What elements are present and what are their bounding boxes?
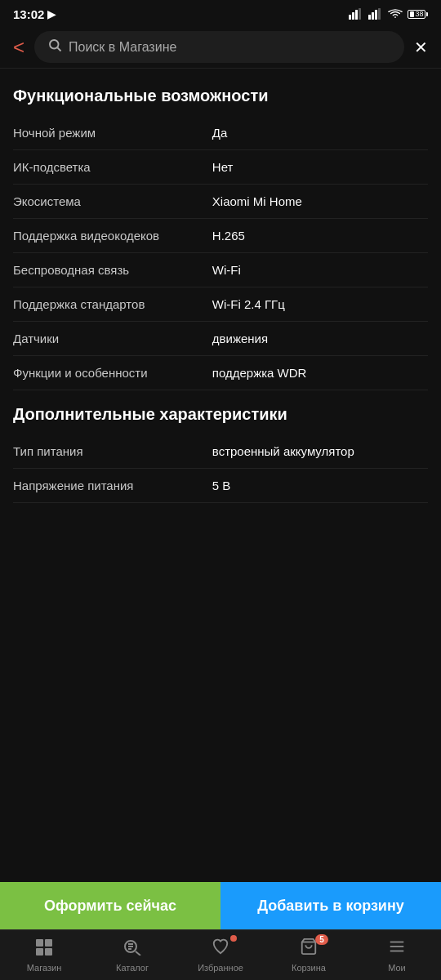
spec-label-power-type: Тип питания — [13, 443, 212, 460]
nav-favorites-label: Избранное — [198, 963, 243, 973]
svg-rect-11 — [45, 939, 52, 947]
search-icon — [47, 38, 62, 56]
svg-rect-1 — [352, 12, 354, 20]
spec-label-night-mode: Ночной режим — [13, 124, 212, 141]
catalog-icon — [122, 938, 142, 960]
spec-value-sensors: движения — [212, 330, 428, 347]
battery-icon: 38 — [408, 10, 428, 19]
spec-row-standards: Поддержка стандартов Wi-Fi 2.4 ГГц — [13, 287, 428, 322]
search-bar: < Поиск в Магазине ✕ — [0, 26, 441, 69]
nav-catalog-label: Каталог — [116, 963, 149, 973]
add-to-cart-button[interactable]: Добавить в корзину — [220, 882, 441, 929]
spec-row-features: Функции и особенности поддержка WDR — [13, 356, 428, 390]
spec-label-ecosystem: Экосистема — [13, 193, 212, 210]
back-button[interactable]: < — [10, 38, 28, 57]
status-time: 13:02 ▶ — [13, 7, 56, 21]
profile-icon — [387, 938, 407, 960]
spec-row-power-type: Тип питания встроенный аккумулятор — [13, 434, 428, 469]
spec-row-ir: ИК-подсветка Нет — [13, 150, 428, 185]
svg-rect-7 — [378, 8, 381, 20]
nav-favorites[interactable]: Избранное — [196, 938, 245, 973]
search-close-button[interactable]: ✕ — [411, 38, 431, 57]
spec-value-ecosystem: Xiaomi Mi Home — [212, 193, 428, 210]
section-additional: Дополнительные характеристики Тип питани… — [13, 403, 428, 503]
signal-icon — [349, 8, 363, 20]
svg-line-15 — [136, 951, 140, 956]
spec-row-ecosystem: Экосистема Xiaomi Mi Home — [13, 185, 428, 219]
spec-label-standards: Поддержка стандартов — [13, 296, 212, 313]
nav-shop[interactable]: Магазин — [20, 938, 69, 973]
spec-value-night-mode: Да — [212, 124, 428, 141]
spec-label-wireless: Беспроводная связь — [13, 261, 212, 278]
spec-value-features: поддержка WDR — [212, 364, 428, 381]
search-placeholder: Поиск в Магазине — [69, 40, 176, 55]
nav-cart[interactable]: 5 Корзина — [284, 938, 333, 973]
spec-row-sensors: Датчики движения — [13, 322, 428, 356]
buy-now-button[interactable]: Оформить сейчас — [0, 882, 220, 929]
section-additional-title: Дополнительные характеристики — [13, 403, 428, 425]
svg-line-9 — [57, 47, 60, 51]
spec-value-ir: Нет — [212, 158, 428, 176]
spec-label-features: Функции и особенности — [13, 364, 212, 381]
spec-label-codec: Поддержка видеокодеков — [13, 227, 212, 244]
battery-level: 38 — [415, 10, 423, 18]
cart-badge: 5 — [315, 934, 328, 945]
svg-point-8 — [50, 40, 59, 49]
time-display: 13:02 — [13, 7, 44, 21]
svg-rect-13 — [45, 948, 52, 956]
nav-profile[interactable]: Мои — [372, 938, 421, 973]
svg-rect-10 — [36, 939, 43, 947]
favorites-icon — [211, 938, 230, 960]
svg-rect-3 — [359, 8, 361, 20]
nav-profile-label: Мои — [388, 963, 406, 973]
spec-label-sensors: Датчики — [13, 330, 212, 347]
bottom-navigation: Магазин Каталог Избранное — [0, 929, 441, 980]
spec-value-voltage: 5 В — [212, 477, 428, 494]
action-buttons: Оформить сейчас Добавить в корзину — [0, 882, 441, 929]
shop-icon — [34, 938, 54, 960]
nav-catalog[interactable]: Каталог — [108, 938, 157, 973]
section-functional: Функциональные возможности Ночной режим … — [13, 85, 428, 390]
nav-shop-label: Магазин — [27, 963, 61, 973]
spec-row-voltage: Напряжение питания 5 В — [13, 469, 428, 503]
nav-cart-label: Корзина — [292, 963, 326, 973]
spec-row-wireless: Беспроводная связь Wi-Fi — [13, 253, 428, 287]
spec-row-night-mode: Ночной режим Да — [13, 116, 428, 150]
location-icon: ▶ — [47, 8, 56, 20]
svg-rect-0 — [349, 15, 351, 20]
spec-row-codec: Поддержка видеокодеков H.265 — [13, 219, 428, 253]
svg-rect-6 — [375, 10, 377, 20]
search-input-container[interactable]: Поиск в Магазине — [34, 31, 404, 63]
status-bar: 13:02 ▶ 38 — [0, 0, 441, 26]
favorites-dot — [230, 935, 237, 942]
spec-value-standards: Wi-Fi 2.4 ГГц — [212, 296, 428, 313]
wifi-icon — [388, 8, 403, 20]
svg-rect-5 — [372, 12, 374, 20]
signal2-icon — [368, 8, 383, 20]
svg-rect-2 — [355, 10, 358, 20]
spec-label-ir: ИК-подсветка — [13, 158, 212, 176]
svg-rect-12 — [36, 948, 43, 956]
main-content: Функциональные возможности Ночной режим … — [0, 69, 441, 617]
spec-value-power-type: встроенный аккумулятор — [212, 443, 428, 460]
status-icons: 38 — [349, 8, 428, 20]
section-functional-title: Функциональные возможности — [13, 85, 428, 106]
spec-label-voltage: Напряжение питания — [13, 477, 212, 494]
svg-rect-4 — [368, 15, 371, 20]
spec-value-wireless: Wi-Fi — [212, 261, 428, 278]
spec-value-codec: H.265 — [212, 227, 428, 244]
